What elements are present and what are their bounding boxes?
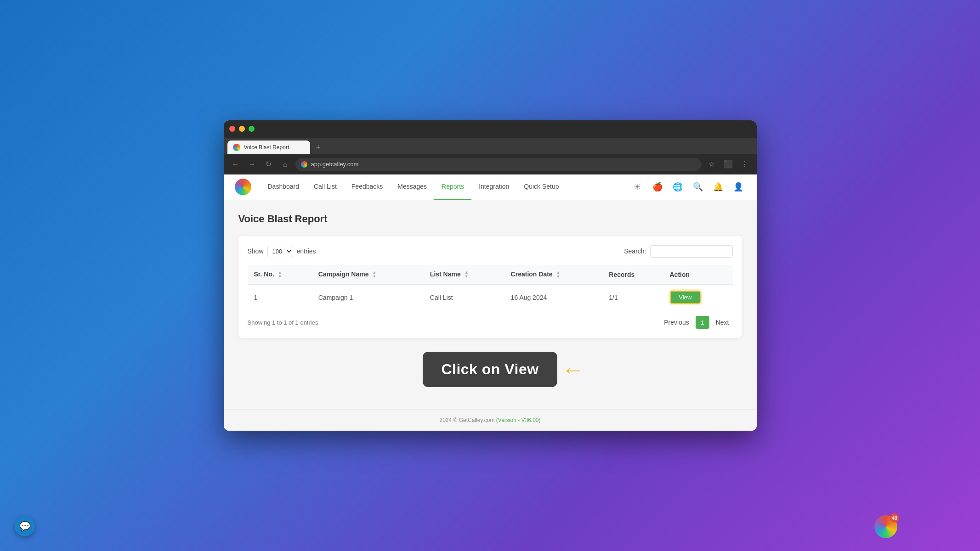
show-entries: Show 100 25 50 entries	[248, 246, 316, 257]
address-bar[interactable]: app.getcalley.com	[295, 158, 702, 171]
page-title: Voice Blast Report	[238, 213, 742, 225]
nav-link-messages[interactable]: Messages	[390, 174, 434, 200]
next-page-button[interactable]: Next	[712, 317, 733, 328]
tab-title: Voice Blast Report	[244, 144, 289, 151]
table-card: Show 100 25 50 entries Search:	[238, 236, 742, 338]
sun-icon[interactable]: ☀	[630, 180, 645, 194]
user-icon[interactable]: 👤	[731, 180, 746, 194]
search-input[interactable]	[650, 245, 733, 258]
prev-page-button[interactable]: Previous	[660, 317, 692, 328]
browser-window: Voice Blast Report + ← → ↻ ⌂ app.getcall…	[224, 120, 757, 431]
cell-records: 1/1	[602, 285, 663, 309]
nav-link-feedbacks[interactable]: Feedbacks	[344, 174, 390, 200]
table-body: 1 Campaign 1 Call List 16 Aug 2024 1/1 V…	[248, 285, 733, 309]
table-controls: Show 100 25 50 entries Search:	[248, 245, 733, 258]
app-footer: 2024 © GetCalley.com (Version - V36.00)	[224, 409, 757, 431]
main-navbar: Dashboard Call List Feedbacks Messages R…	[224, 174, 757, 200]
cell-action: View	[663, 285, 733, 309]
col-header-action: Action	[663, 265, 733, 285]
table-header: Sr. No. ▲▼ Campaign Name ▲▼ List Name ▲▼	[248, 265, 733, 285]
sort-icon-sr-no: ▲▼	[278, 270, 282, 279]
nav-link-reports[interactable]: Reports	[434, 174, 471, 200]
callout-box: Click on View ←	[423, 352, 557, 387]
extensions-icon[interactable]: ⬛	[722, 158, 735, 171]
browser-titlebar	[224, 120, 757, 138]
col-header-sr-no[interactable]: Sr. No. ▲▼	[248, 265, 312, 285]
tab-favicon-icon	[233, 144, 240, 151]
app-content: Dashboard Call List Feedbacks Messages R…	[224, 174, 757, 431]
show-label: Show	[248, 247, 264, 255]
notifications-icon[interactable]: 🔔	[711, 180, 725, 194]
browser-toolbar-icons: ☆ ⬛ ⋮	[705, 158, 751, 171]
page-number-1[interactable]: 1	[696, 316, 709, 329]
chat-bubble-button[interactable]: 💬	[15, 516, 35, 536]
view-button[interactable]: View	[670, 291, 701, 304]
col-header-campaign-name[interactable]: Campaign Name ▲▼	[312, 265, 424, 285]
pagination: Previous 1 Next	[660, 316, 732, 329]
search-box: Search:	[624, 245, 732, 258]
tab-add-button[interactable]: +	[312, 141, 325, 154]
nav-right-icons: ☀ 🍎 🌐 🔍 🔔 👤	[630, 180, 746, 194]
table-footer: Showing 1 to 1 of 1 entries Previous 1 N…	[248, 316, 733, 329]
footer-text: 2024 © GetCalley.com	[439, 417, 494, 423]
nav-logo-icon[interactable]	[235, 179, 251, 195]
data-table: Sr. No. ▲▼ Campaign Name ▲▼ List Name ▲▼	[248, 265, 733, 309]
menu-icon[interactable]: ⋮	[738, 158, 751, 171]
nav-link-dashboard[interactable]: Dashboard	[261, 174, 307, 200]
col-header-records: Records	[602, 265, 663, 285]
col-header-creation-date[interactable]: Creation Date ▲▼	[504, 265, 603, 285]
minimize-button[interactable]	[239, 126, 245, 132]
callout-overlay: Click on View ←	[238, 338, 742, 396]
badge-count: 49	[890, 513, 899, 523]
refresh-button[interactable]: ↻	[262, 158, 275, 171]
sort-icon-list: ▲▼	[465, 270, 469, 279]
chat-icon: 💬	[19, 521, 31, 532]
cell-creation-date: 16 Aug 2024	[504, 285, 603, 309]
apple-icon[interactable]: 🍎	[650, 180, 665, 194]
back-button[interactable]: ←	[229, 158, 242, 171]
browser-tab-active[interactable]: Voice Blast Report	[227, 141, 310, 154]
browser-tab-bar: Voice Blast Report +	[224, 138, 757, 154]
search-label: Search:	[624, 247, 646, 255]
address-favicon-icon	[301, 161, 307, 168]
search-icon[interactable]: 🔍	[691, 180, 705, 194]
close-button[interactable]	[229, 126, 235, 132]
entries-select[interactable]: 100 25 50	[267, 246, 293, 257]
callout-text: Click on View	[441, 361, 538, 377]
browser-addressbar: ← → ↻ ⌂ app.getcalley.com ☆ ⬛ ⋮	[224, 154, 757, 174]
cell-list-name: Call List	[424, 285, 504, 309]
forward-button[interactable]: →	[246, 158, 259, 171]
globe-icon[interactable]: 🌐	[670, 180, 685, 194]
address-url: app.getcalley.com	[311, 161, 359, 168]
table-row: 1 Campaign 1 Call List 16 Aug 2024 1/1 V…	[248, 285, 733, 309]
footer-version[interactable]: (Version - V36.00)	[496, 417, 541, 423]
nav-link-quick-setup[interactable]: Quick Setup	[516, 174, 566, 200]
nav-link-call-list[interactable]: Call List	[306, 174, 344, 200]
sort-icon-date: ▲▼	[556, 270, 561, 279]
bottom-right-badge[interactable]: 49	[874, 515, 897, 538]
maximize-button[interactable]	[249, 126, 255, 132]
nav-link-integration[interactable]: Integration	[471, 174, 516, 200]
showing-text: Showing 1 to 1 of 1 entries	[248, 319, 318, 326]
entries-label: entries	[297, 247, 316, 255]
nav-links: Dashboard Call List Feedbacks Messages R…	[261, 174, 630, 200]
cell-campaign-name: Campaign 1	[312, 285, 424, 309]
sort-icon-campaign: ▲▼	[372, 270, 376, 279]
col-header-list-name[interactable]: List Name ▲▼	[424, 265, 504, 285]
bookmark-icon[interactable]: ☆	[705, 158, 718, 171]
cell-sr-no: 1	[248, 285, 312, 309]
home-button[interactable]: ⌂	[279, 158, 292, 171]
page-content: Voice Blast Report Show 100 25 50 entrie…	[224, 200, 757, 409]
callout-arrow-icon: ←	[561, 356, 585, 383]
